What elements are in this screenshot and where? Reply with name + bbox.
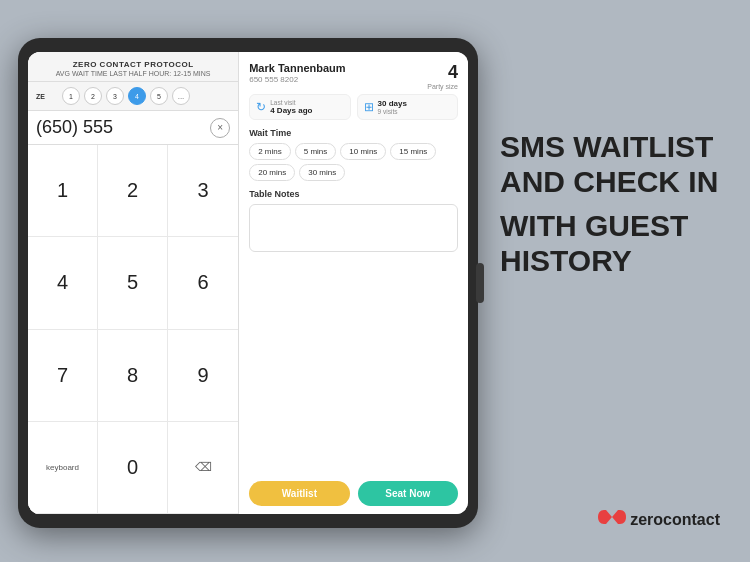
phone-display: (650) 555 <box>36 117 206 138</box>
table-notes-input[interactable] <box>249 204 458 252</box>
seat-now-button[interactable]: Seat Now <box>358 481 458 506</box>
guest-name: Mark Tannenbaum <box>249 62 345 74</box>
clear-phone-button[interactable]: × <box>210 118 230 138</box>
left-panel: ZERO CONTACT PROTOCOL AVG WAIT TIME LAST… <box>28 52 239 514</box>
numpad: 1 2 3 4 5 6 7 8 9 keyboard 0 ⌫ <box>28 145 238 514</box>
key-delete[interactable]: ⌫ <box>168 422 238 514</box>
protocol-header: ZERO CONTACT PROTOCOL AVG WAIT TIME LAST… <box>28 52 238 82</box>
waitlist-button[interactable]: Waitlist <box>249 481 349 506</box>
right-panel: Mark Tannenbaum 650 555 8202 4 Party siz… <box>239 52 468 514</box>
brand-name: zerocontact <box>630 511 720 529</box>
guest-party-size: 4 <box>427 62 458 83</box>
key-4[interactable]: 4 <box>28 237 98 329</box>
promo-headline-2: WITH GUEST HISTORY <box>500 209 720 278</box>
wait-btn-30min[interactable]: 30 mins <box>299 164 345 181</box>
visit-days: 30 days <box>378 99 407 108</box>
table-notes-section-label: Table Notes <box>249 189 458 199</box>
party-size-row: ZE 1 2 3 4 5 ... <box>28 82 238 111</box>
key-keyboard[interactable]: keyboard <box>28 422 98 514</box>
key-5[interactable]: 5 <box>98 237 168 329</box>
tablet-device: ZERO CONTACT PROTOCOL AVG WAIT TIME LAST… <box>18 38 478 528</box>
wait-time-info: AVG WAIT TIME LAST HALF HOUR: 12-15 MINS <box>38 70 228 77</box>
key-8[interactable]: 8 <box>98 330 168 422</box>
guest-phone: 650 555 8202 <box>249 75 345 84</box>
key-0[interactable]: 0 <box>98 422 168 514</box>
guest-party-info: 4 Party size <box>427 62 458 90</box>
refresh-icon: ↻ <box>256 100 266 114</box>
party-btn-5[interactable]: 5 <box>150 87 168 105</box>
guest-stats: ↻ Last visit 4 Days ago ⊞ 30 days 9 visi… <box>249 94 458 120</box>
key-2[interactable]: 2 <box>98 145 168 237</box>
action-buttons: Waitlist Seat Now <box>249 481 458 506</box>
guest-header: Mark Tannenbaum 650 555 8202 4 Party siz… <box>249 62 458 90</box>
wait-btn-5min[interactable]: 5 mins <box>295 143 337 160</box>
tally-icon: ⊞ <box>364 100 374 114</box>
key-1[interactable]: 1 <box>28 145 98 237</box>
key-6[interactable]: 6 <box>168 237 238 329</box>
party-btn-1[interactable]: 1 <box>62 87 80 105</box>
promo-headline-1: SMS WAITLIST AND CHECK IN <box>500 130 720 199</box>
wait-btn-15min[interactable]: 15 mins <box>390 143 436 160</box>
visit-count: 9 visits <box>378 108 407 115</box>
key-9[interactable]: 9 <box>168 330 238 422</box>
last-visit-value: 4 Days ago <box>270 106 312 115</box>
party-btn-2[interactable]: 2 <box>84 87 102 105</box>
party-btn-more[interactable]: ... <box>172 87 190 105</box>
party-size-label: ZE <box>36 93 56 100</box>
guest-info: Mark Tannenbaum 650 555 8202 <box>249 62 345 84</box>
wait-btn-10min[interactable]: 10 mins <box>340 143 386 160</box>
wait-time-section-label: Wait Time <box>249 128 458 138</box>
promo-text: SMS WAITLIST AND CHECK IN WITH GUEST HIS… <box>500 130 720 278</box>
brand: zerocontact <box>598 506 720 534</box>
protocol-title: ZERO CONTACT PROTOCOL <box>38 60 228 69</box>
phone-input-row: (650) 555 × <box>28 111 238 145</box>
last-visit-info: Last visit 4 Days ago <box>270 99 312 115</box>
wait-btn-2min[interactable]: 2 mins <box>249 143 291 160</box>
key-7[interactable]: 7 <box>28 330 98 422</box>
tablet-camera <box>476 263 484 303</box>
wait-btn-20min[interactable]: 20 mins <box>249 164 295 181</box>
party-btn-4[interactable]: 4 <box>128 87 146 105</box>
visit-count-stat: ⊞ 30 days 9 visits <box>357 94 458 120</box>
visit-count-info: 30 days 9 visits <box>378 99 407 115</box>
last-visit-label: Last visit <box>270 99 312 106</box>
key-3[interactable]: 3 <box>168 145 238 237</box>
last-visit-stat: ↻ Last visit 4 Days ago <box>249 94 350 120</box>
guest-party-size-label: Party size <box>427 83 458 90</box>
party-btn-3[interactable]: 3 <box>106 87 124 105</box>
wait-time-buttons: 2 mins 5 mins 10 mins 15 mins 20 mins 30… <box>249 143 458 181</box>
tablet-screen: ZERO CONTACT PROTOCOL AVG WAIT TIME LAST… <box>28 52 468 514</box>
brand-logo-icon <box>598 506 626 534</box>
